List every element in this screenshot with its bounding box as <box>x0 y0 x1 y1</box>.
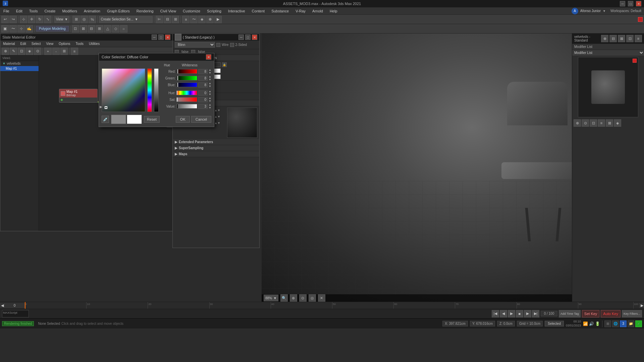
auto-key-btn[interactable]: Auto Key <box>601 310 621 317</box>
rp-sub-btn1[interactable]: ⊕ <box>574 119 581 127</box>
menu-civil-view[interactable]: Civil View <box>157 7 179 14</box>
freeform-btn[interactable]: 〜 <box>9 25 17 33</box>
layer-btn[interactable]: ≡ <box>182 16 190 23</box>
rp-sub-btn4[interactable]: ≡ <box>598 119 605 127</box>
cs-val-value[interactable] <box>198 104 208 109</box>
vp-zoom-dropdown[interactable]: 88% ▼ <box>264 295 278 301</box>
menu-customize[interactable]: Customize <box>179 7 204 14</box>
rp-btn3[interactable]: ⊠ <box>618 35 625 42</box>
curve-editor-btn[interactable]: 〜 <box>190 16 198 23</box>
cs-val-arrows[interactable]: ▲▼ <box>209 103 211 109</box>
start-btn[interactable]: ⊞ <box>604 320 611 327</box>
extra-btn2[interactable]: ✓ <box>635 320 642 327</box>
sme-menu-view[interactable]: View <box>44 41 56 47</box>
rp-btn1[interactable]: ⊕ <box>601 35 608 42</box>
sme-close-btn[interactable]: ✕ <box>165 35 170 40</box>
rp-btn2[interactable]: ⊟ <box>609 35 617 42</box>
vp-nav-btn4[interactable]: ✕ <box>318 294 325 302</box>
sme-tb2[interactable]: ✎ <box>10 48 17 55</box>
selection-dropdown[interactable]: Create Selection Se... ▼ <box>99 16 153 23</box>
tb2-btn3[interactable]: ⊟ <box>88 25 95 33</box>
sme-tb3[interactable]: ⊡ <box>18 48 25 55</box>
cs-sat-arrows[interactable]: ▲▼ <box>209 97 211 103</box>
sme-tree-item-velvet[interactable]: ▼ velvetvds <box>0 61 39 66</box>
sme-tb5[interactable]: ⊙ <box>34 48 41 55</box>
polygon-model-btn[interactable]: ▣ <box>1 25 9 33</box>
minimize-btn[interactable]: ─ <box>620 1 625 6</box>
menu-create[interactable]: Create <box>41 7 59 14</box>
cs-cancel-btn[interactable]: Cancel <box>191 116 211 123</box>
key-filters-btn[interactable]: Key Filters... <box>622 310 642 317</box>
soften-spinner[interactable]: ▲▼ <box>214 121 220 125</box>
menu-modifiers[interactable]: Modifiers <box>59 7 80 14</box>
timeline-ruler[interactable]: 0 10 20 30 40 50 60 70 80 90 100 <box>25 302 639 309</box>
cs-blue-value[interactable] <box>198 82 208 87</box>
play-btn[interactable]: ▶ <box>508 310 515 317</box>
mp-min-btn[interactable]: ─ <box>238 35 244 40</box>
cs-blue-slider[interactable] <box>176 82 197 87</box>
mp-close-btn[interactable]: ✕ <box>252 35 257 40</box>
rotate-btn[interactable]: ↻ <box>36 16 43 23</box>
menu-animation[interactable]: Animation <box>80 7 104 14</box>
material-editor-btn[interactable]: ◈ <box>198 16 206 23</box>
tb2-btn7[interactable]: ○ <box>120 25 127 33</box>
cs-green-slider[interactable] <box>176 76 197 80</box>
next-key-btn[interactable]: ▶| <box>532 310 539 317</box>
2sided-checkbox[interactable] <box>230 43 234 47</box>
user-dropdown-icon[interactable]: ▼ <box>603 9 606 13</box>
rp-btn5[interactable]: ≡ <box>635 35 642 42</box>
menu-tools[interactable]: Tools <box>26 7 41 14</box>
cs-eyedropper-btn[interactable]: 💉 <box>102 116 109 123</box>
sme-layout[interactable]: ≡ <box>71 48 78 55</box>
menu-rendering[interactable]: Rendering <box>133 7 157 14</box>
sme-tb4[interactable]: ◈ <box>26 48 33 55</box>
menu-graph-editors[interactable]: Graph Editors <box>104 7 133 14</box>
sme-menu-select[interactable]: Select <box>29 41 44 47</box>
hs-cursor[interactable] <box>105 106 107 109</box>
tb2-btn4[interactable]: ⊞ <box>96 25 103 33</box>
ambient-lock-btn[interactable]: 🔒 <box>222 62 227 67</box>
sme-zoom-in[interactable]: + <box>44 48 52 55</box>
3dsmax-taskbar[interactable]: 3 <box>620 320 627 327</box>
browser-btn[interactable]: 🌐 <box>612 320 619 327</box>
undo-btn[interactable]: ↩ <box>1 16 9 23</box>
menu-interactive[interactable]: Interactive <box>225 7 249 14</box>
timeline-right-arrow[interactable]: ▶ <box>639 303 644 308</box>
sme-menu-options[interactable]: Options <box>56 41 73 47</box>
close-btn[interactable]: ✕ <box>636 1 641 6</box>
sme-menu-material[interactable]: Material <box>0 41 18 47</box>
cs-red-slider[interactable] <box>176 69 197 74</box>
color-swatch-active[interactable] <box>638 17 643 22</box>
menu-edit[interactable]: Edit <box>13 7 26 14</box>
cs-sat-value[interactable] <box>198 97 208 102</box>
maps-section[interactable]: ▶ Maps <box>173 151 259 157</box>
render-setup-btn[interactable]: ⊕ <box>206 16 214 23</box>
cs-green-value[interactable] <box>198 76 208 81</box>
mirror-btn[interactable]: ⊟ <box>164 16 171 23</box>
tb2-btn1[interactable]: ⊡ <box>72 25 79 33</box>
tb2-btn5[interactable]: △ <box>104 25 111 33</box>
spec-level-spinner[interactable]: ▲▼ <box>214 109 220 112</box>
redo-btn[interactable]: ↪ <box>9 16 17 23</box>
cs-reset-btn[interactable]: Reset <box>144 116 160 123</box>
cs-red-arrows[interactable]: ▲▼ <box>209 68 211 74</box>
vp-search-btn[interactable]: 🔍 <box>280 294 288 302</box>
sme-zoom-out[interactable]: - <box>52 48 60 55</box>
menu-vray[interactable]: V-Ray <box>292 7 309 14</box>
tb2-btn6[interactable]: ◇ <box>112 25 119 33</box>
menu-arnold[interactable]: Arnold <box>309 7 326 14</box>
selection2-btn[interactable]: ⊹ <box>17 25 25 33</box>
rp-btn4[interactable]: ⊡ <box>626 35 634 42</box>
modifier-dropdown[interactable]: Modifier List <box>572 50 644 56</box>
sme-min-btn[interactable]: ─ <box>152 35 157 40</box>
cs-hue-arrows[interactable]: ▲▼ <box>209 90 211 96</box>
set-key-btn[interactable]: Set Key <box>582 310 600 317</box>
prev-key-btn[interactable]: |◀ <box>492 310 499 317</box>
menu-help[interactable]: Help <box>326 7 341 14</box>
move-btn[interactable]: ✛ <box>28 16 35 23</box>
hs-area[interactable]: ▶ <box>102 68 145 112</box>
sme-menu-edit[interactable]: Edit <box>18 41 29 47</box>
maxscript-listener[interactable]: MAXScript <box>2 310 29 317</box>
align-btn[interactable]: ⊨ <box>156 16 163 23</box>
vp-nav-btn2[interactable]: ⊙ <box>299 294 307 302</box>
